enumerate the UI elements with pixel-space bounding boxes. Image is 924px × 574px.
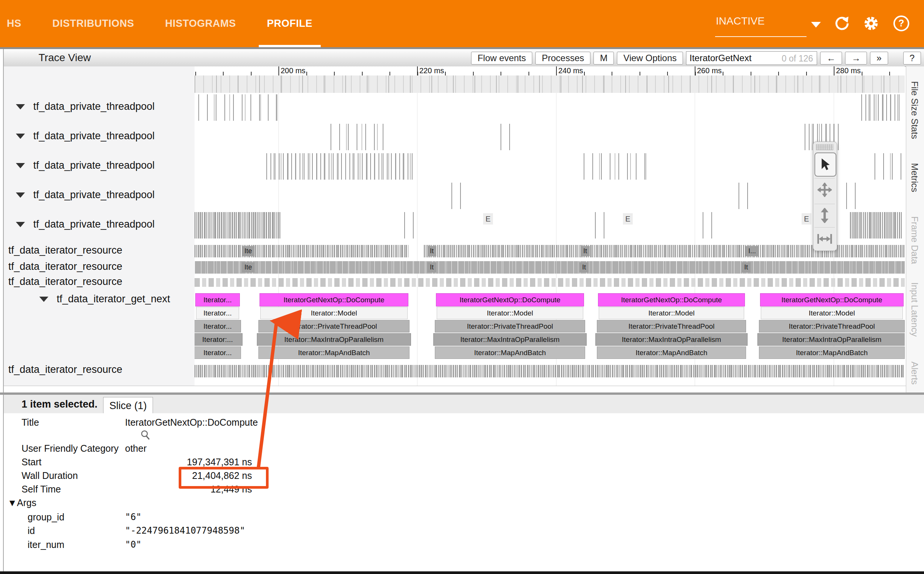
trace-search-box[interactable]: 0 of 126: [686, 51, 817, 65]
toolbar-button-m[interactable]: M: [593, 52, 614, 65]
axis-major-tick: [695, 66, 695, 76]
slice-iterator-child[interactable]: Iterator::PrivateThreadPool: [435, 320, 585, 333]
event-marker[interactable]: E: [802, 213, 812, 224]
slice-iterator-getnext-docompute[interactable]: IteratorGetNextOp::DoCompute: [598, 293, 745, 306]
trace-track: [195, 76, 905, 93]
axis-minor-tick: [473, 72, 474, 76]
slice-iterator-getnext-docompute[interactable]: Iterator...: [195, 293, 240, 306]
slice-iterator-getnext-docompute[interactable]: IteratorGetNextOp::DoCompute: [436, 293, 584, 306]
slice-iterator-child[interactable]: Iterator...: [195, 347, 241, 359]
refresh-icon[interactable]: [833, 14, 851, 32]
axis-major-tick: [417, 66, 418, 76]
slice-iterator-child[interactable]: Iterator::PrivateThreadPool: [258, 320, 410, 333]
event-marker[interactable]: E: [623, 213, 633, 224]
slice-iterator-child[interactable]: Iterator::MapAndBatch: [258, 347, 410, 359]
collapse-arrow-icon[interactable]: [16, 104, 25, 109]
trace-track: [195, 94, 905, 121]
track-label-text: tf_data_private_threadpool: [33, 219, 155, 230]
slice-iterator-child[interactable]: Iterator...: [195, 320, 241, 333]
toolbar-button-view-options[interactable]: View Options: [617, 52, 683, 65]
pan-tool-icon[interactable]: [815, 178, 835, 201]
detail-label-group_id: group_id: [28, 511, 64, 523]
track-label-tf_data_private_threadpool[interactable]: tf_data_private_threadpool: [16, 219, 155, 230]
collapse-arrow-icon[interactable]: [16, 222, 25, 227]
magnifier-icon[interactable]: [140, 429, 151, 441]
header-tab-distributions[interactable]: DISTRIBUTIONS: [49, 0, 138, 47]
next-match-button[interactable]: →: [845, 52, 867, 65]
slice-iterator-child[interactable]: Iterator::PrivateThreadPool: [759, 320, 905, 333]
collapse-arrow-icon[interactable]: [39, 296, 48, 302]
detail-value: "6": [125, 511, 141, 523]
rail-tab-alerts: Alerts: [909, 361, 920, 385]
collapse-arrow-icon[interactable]: [16, 134, 25, 139]
axis-minor-tick: [306, 72, 307, 76]
slice-iterator-child[interactable]: Iterator::MaxIntraOpParallelism: [257, 333, 411, 346]
slice-iterator-child[interactable]: Iterator::MapAndBatch: [759, 347, 905, 359]
detail-label-id: id: [28, 525, 35, 537]
axis-minor-tick: [639, 72, 640, 76]
gear-icon[interactable]: [862, 14, 880, 32]
rail-tab-file-size-stats[interactable]: File Size Stats: [909, 81, 920, 139]
header-tab-profile[interactable]: PROFILE: [263, 0, 316, 47]
trace-events-segment: [195, 212, 282, 238]
axis-major-tick: [834, 66, 834, 76]
event-marker[interactable]: E: [483, 213, 493, 224]
slice-iterator-child[interactable]: Iterator::MapAndBatch: [597, 347, 746, 359]
header-tab-histograms[interactable]: HISTOGRAMS: [161, 0, 240, 47]
collapse-arrow-icon[interactable]: [16, 163, 25, 168]
detail-value: other: [125, 442, 147, 454]
more-matches-button[interactable]: »: [870, 52, 888, 65]
axis-tick-label: 240 ms: [559, 66, 583, 75]
run-selector[interactable]: INACTIVE: [715, 0, 815, 47]
header-tab-hs[interactable]: HS: [3, 0, 25, 47]
help-icon[interactable]: ?: [892, 14, 910, 32]
trace-events-segment: [846, 183, 858, 209]
zoom-tool-icon[interactable]: [815, 204, 835, 227]
slice-iterator-child[interactable]: Iterator::Model: [761, 307, 903, 319]
rail-tab-metrics[interactable]: Metrics: [909, 163, 920, 192]
slice-iterator-child[interactable]: Iterator::MaxIntraOpParallelism: [595, 333, 748, 346]
details-panel-header: 1 item selected. Slice (1): [4, 395, 924, 414]
slice-iterator-getnext-docompute[interactable]: IteratorGetNextOp::DoCompute: [760, 293, 903, 306]
slice-iterator-child[interactable]: Iterator::MapAndBatch: [435, 347, 585, 359]
axis-minor-tick: [389, 72, 390, 76]
trace-track: [195, 153, 905, 180]
slice-start-label: It: [427, 246, 436, 256]
timing-tool-icon[interactable]: [815, 227, 835, 250]
tab-slice[interactable]: Slice (1): [103, 397, 153, 414]
slice-iterator-child[interactable]: Iterator::MaxIntraOpParallelism: [433, 333, 587, 346]
palette-grip[interactable]: [816, 144, 833, 150]
trace-events-segment: [195, 261, 905, 274]
axis-tick-label: 220 ms: [419, 66, 444, 75]
axis-minor-tick: [362, 72, 363, 76]
slice-iterator-child[interactable]: Iterator::Model: [260, 307, 408, 319]
selection-tool-icon[interactable]: [815, 153, 836, 177]
track-label-tf_data_private_threadpool[interactable]: tf_data_private_threadpool: [16, 130, 155, 142]
profiler-window: { "topbar": { "tabs": [ {"label": "HS", …: [0, 0, 924, 574]
trace-track: [195, 182, 905, 210]
prev-match-button[interactable]: ←: [820, 52, 842, 65]
search-result-count: 0 of 126: [782, 54, 813, 64]
slice-iterator-child[interactable]: Iterator:...: [195, 333, 242, 346]
trace-help-button[interactable]: ?: [903, 52, 921, 65]
toolbar-button-flow-events[interactable]: Flow events: [471, 52, 532, 65]
slice-start-label: It: [427, 262, 436, 273]
axis-minor-tick: [584, 72, 585, 76]
slice-iterator-child[interactable]: Iterator::PrivateThreadPool: [597, 320, 746, 333]
slice-start-label: It: [579, 262, 589, 273]
toolbar-button-processes[interactable]: Processes: [535, 52, 590, 65]
track-label-tf_data_private_threadpool[interactable]: tf_data_private_threadpool: [16, 159, 155, 171]
trace-search-input[interactable]: [687, 53, 776, 63]
track-label-text: tf_data_iterator_get_next: [57, 293, 170, 305]
slice-iterator-child[interactable]: Iterator::Model: [599, 307, 744, 319]
timeline-canvas[interactable]: 200 ms220 ms240 ms260 ms280 ms IteItItI.…: [195, 66, 905, 386]
slice-iterator-getnext-docompute[interactable]: IteratorGetNextOp::DoCompute: [259, 293, 408, 306]
track-label-tf_data_iterator_get_next[interactable]: tf_data_iterator_get_next: [39, 293, 170, 305]
slice-iterator-child[interactable]: Iterator...: [196, 307, 239, 319]
track-label-tf_data_private_threadpool[interactable]: tf_data_private_threadpool: [16, 101, 155, 112]
trace-events-segment: [861, 95, 901, 121]
track-label-tf_data_private_threadpool[interactable]: tf_data_private_threadpool: [16, 189, 155, 201]
collapse-arrow-icon[interactable]: [16, 192, 25, 198]
slice-iterator-child[interactable]: Iterator::Model: [437, 307, 583, 319]
slice-iterator-child[interactable]: Iterator::MaxIntraOpParallelism: [758, 333, 905, 346]
